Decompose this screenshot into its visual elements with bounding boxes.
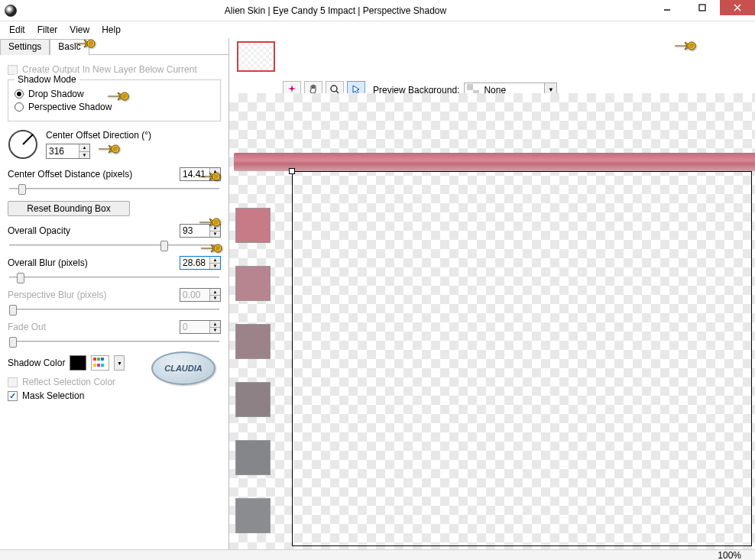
- menu-help[interactable]: Help: [96, 23, 127, 37]
- spin-down-icon: ▼: [210, 328, 220, 334]
- spin-down-icon: ▼: [210, 296, 220, 302]
- reflect-selection-label: Reflect Selection Color: [22, 377, 115, 387]
- fade-out-label: Fade Out: [8, 322, 46, 332]
- shadow-mode-legend: Shadow Mode: [15, 74, 79, 85]
- overall-blur-input[interactable]: ▲▼: [180, 256, 221, 270]
- spin-up-icon[interactable]: ▲: [79, 144, 89, 152]
- selection-handle[interactable]: [289, 168, 295, 174]
- preview-thumb[interactable]: [235, 266, 271, 301]
- color-dropdown-arrow[interactable]: ▼: [114, 355, 125, 371]
- spin-down-icon[interactable]: ▼: [210, 264, 220, 270]
- center-offset-direction-input[interactable]: ▲▼: [46, 144, 90, 159]
- spin-up-icon[interactable]: ▲: [210, 257, 220, 264]
- color-palette-button[interactable]: [91, 355, 109, 371]
- shadow-color-swatch[interactable]: [70, 355, 86, 371]
- minimize-button[interactable]: [650, 0, 685, 15]
- preview-thumb[interactable]: [235, 382, 271, 417]
- app-icon: [5, 5, 17, 17]
- shadow-color-label: Shadow Color: [8, 358, 65, 368]
- rendered-shadow: [234, 153, 755, 171]
- create-output-checkbox: [8, 65, 18, 75]
- fade-out-input: ▲▼: [180, 320, 221, 334]
- overall-opacity-slider[interactable]: [8, 239, 221, 251]
- radio-drop-shadow-label: Drop Shadow: [28, 89, 84, 99]
- zoom-level: 100%: [718, 550, 741, 561]
- mask-selection-checkbox[interactable]: [8, 391, 18, 401]
- menu-edit[interactable]: Edit: [3, 23, 31, 37]
- menubar: Edit Filter View Help: [0, 21, 755, 38]
- preview-thumb[interactable]: [235, 440, 271, 475]
- spin-down-icon[interactable]: ▼: [210, 231, 220, 238]
- fade-out-slider: [8, 335, 221, 348]
- selection-rectangle[interactable]: [292, 171, 752, 546]
- close-button[interactable]: [720, 0, 755, 15]
- tab-settings[interactable]: Settings: [0, 39, 50, 55]
- reset-bounding-box-button[interactable]: Reset Bounding Box: [8, 201, 130, 216]
- spin-down-icon[interactable]: ▼: [210, 175, 220, 181]
- direction-dial[interactable]: [8, 129, 38, 160]
- overall-opacity-input[interactable]: ▲▼: [180, 224, 221, 238]
- preview-canvas[interactable]: [229, 93, 755, 549]
- statusbar: 100%: [0, 549, 755, 560]
- navigator-thumbnail[interactable]: [237, 41, 275, 72]
- center-offset-distance-input[interactable]: ▲▼: [180, 167, 221, 181]
- svg-rect-1: [699, 5, 705, 11]
- maximize-button[interactable]: [685, 0, 720, 15]
- preview-thumb[interactable]: [235, 498, 271, 533]
- preview-thumbnails: [235, 208, 277, 533]
- spin-up-icon[interactable]: ▲: [210, 168, 220, 175]
- svg-point-6: [331, 86, 337, 92]
- spin-up-icon: ▲: [210, 289, 220, 296]
- radio-drop-shadow[interactable]: [15, 89, 24, 99]
- perspective-blur-label: Perspective Blur (pixels): [8, 290, 106, 300]
- radio-perspective-shadow[interactable]: [15, 102, 24, 112]
- menu-view[interactable]: View: [63, 23, 96, 37]
- preview-thumb[interactable]: [235, 208, 271, 243]
- overall-blur-slider[interactable]: [8, 271, 221, 283]
- window-title: Alien Skin | Eye Candy 5 Impact | Perspe…: [21, 5, 650, 16]
- center-offset-distance-label: Center Offset Distance (pixels): [8, 169, 132, 180]
- titlebar: Alien Skin | Eye Candy 5 Impact | Perspe…: [0, 0, 755, 21]
- spin-up-icon[interactable]: ▲: [210, 225, 220, 231]
- overall-opacity-label: Overall Opacity: [8, 225, 70, 236]
- center-offset-distance-slider[interactable]: [8, 183, 221, 195]
- mask-selection-label: Mask Selection: [22, 390, 84, 401]
- create-output-label: Create Output In New Layer Below Current: [22, 64, 197, 75]
- center-offset-direction-label: Center Offset Direction (°): [46, 130, 151, 141]
- perspective-blur-input: ▲▼: [180, 288, 221, 302]
- spin-up-icon: ▲: [210, 321, 220, 328]
- reflect-selection-checkbox: [8, 377, 18, 387]
- perspective-blur-slider: [8, 303, 221, 316]
- settings-panel: Settings Basic Create Output In New Laye…: [0, 38, 229, 549]
- menu-filter[interactable]: Filter: [31, 23, 64, 37]
- spin-down-icon[interactable]: ▼: [79, 152, 89, 159]
- shadow-mode-group: Shadow Mode Drop Shadow Perspective Shad…: [8, 79, 221, 121]
- svg-rect-9: [467, 84, 473, 90]
- tab-basic[interactable]: Basic: [50, 39, 89, 55]
- watermark-badge: CLAUDIA: [151, 351, 215, 385]
- radio-perspective-shadow-label: Perspective Shadow: [28, 102, 112, 112]
- preview-pane: Preview Background: None ▼: [229, 38, 755, 549]
- overall-blur-label: Overall Blur (pixels): [8, 257, 88, 268]
- preview-thumb[interactable]: [235, 324, 271, 359]
